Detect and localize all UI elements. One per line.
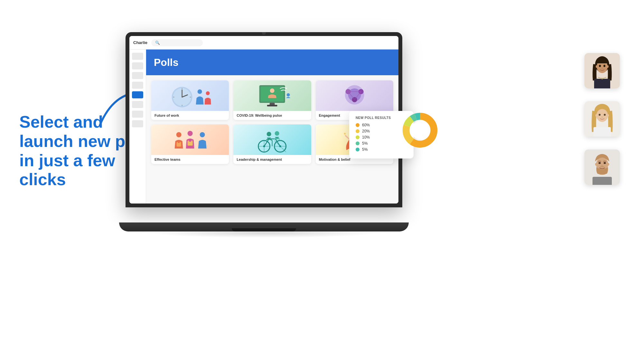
laptop-notch bbox=[262, 32, 266, 35]
svg-point-5 bbox=[206, 91, 210, 95]
person-1-illustration bbox=[584, 53, 620, 88]
svg-point-26 bbox=[178, 141, 180, 143]
poll-card-image-teams bbox=[151, 124, 229, 155]
svg-point-75 bbox=[604, 162, 606, 164]
svg-point-24 bbox=[176, 132, 182, 137]
search-bar[interactable]: 🔍 bbox=[151, 39, 203, 46]
screen-header: Charlie 🔍 bbox=[129, 36, 398, 50]
poll-card-image-leadership bbox=[233, 124, 311, 155]
svg-point-4 bbox=[198, 89, 202, 94]
sidebar-item-3[interactable] bbox=[132, 72, 143, 79]
legend-label-2: 20% bbox=[362, 129, 370, 133]
sidebar-item-4[interactable] bbox=[132, 82, 143, 89]
svg-point-12 bbox=[270, 88, 275, 93]
legend-dot-3 bbox=[356, 135, 359, 139]
sidebar-item-2[interactable] bbox=[132, 62, 143, 69]
person-3-illustration bbox=[584, 149, 620, 185]
poll-card-covid[interactable]: COVID-19: Wellbeing pulse bbox=[233, 80, 311, 120]
svg-point-61 bbox=[602, 78, 603, 79]
poll-card-effective-teams[interactable]: Effective teams bbox=[151, 124, 229, 164]
svg-point-59 bbox=[603, 65, 605, 67]
svg-point-71 bbox=[607, 114, 609, 117]
legend-label-1: 60% bbox=[362, 123, 370, 127]
svg-point-30 bbox=[189, 139, 191, 142]
poll-card-label-covid: COVID-19: Wellbeing pulse bbox=[233, 111, 311, 120]
sidebar-item-5-active[interactable] bbox=[132, 91, 143, 98]
svg-rect-14 bbox=[267, 105, 277, 106]
person-avatar-3 bbox=[584, 149, 620, 185]
poll-card-image-future bbox=[151, 80, 229, 111]
svg-point-40 bbox=[275, 131, 279, 136]
legend-dot-5 bbox=[356, 148, 359, 151]
svg-rect-60 bbox=[594, 79, 610, 88]
poll-card-future-of-work[interactable]: Future of work bbox=[151, 80, 229, 120]
svg-point-78 bbox=[607, 163, 609, 166]
sidebar-item-7[interactable] bbox=[132, 111, 143, 118]
app-name: Charlie bbox=[133, 40, 147, 45]
poll-card-image-covid bbox=[233, 80, 311, 111]
svg-point-62 bbox=[596, 65, 598, 68]
poll-card-image-engagement bbox=[316, 80, 393, 111]
sidebar bbox=[129, 50, 146, 204]
poll-card-label-teams: Effective teams bbox=[151, 155, 229, 164]
svg-rect-69 bbox=[593, 127, 611, 137]
legend-label-5: 5% bbox=[362, 147, 368, 152]
sidebar-item-8[interactable] bbox=[132, 120, 143, 127]
svg-point-63 bbox=[607, 65, 609, 68]
svg-point-28 bbox=[200, 132, 205, 137]
svg-point-58 bbox=[599, 65, 601, 67]
svg-point-15 bbox=[287, 93, 290, 96]
donut-chart bbox=[399, 109, 441, 151]
svg-point-67 bbox=[599, 114, 601, 116]
sidebar-item-6[interactable] bbox=[132, 101, 143, 108]
poll-results-popup: NEW POLL RESULTS 60% 20% 10% 5% 5% bbox=[349, 111, 414, 158]
legend-dot-4 bbox=[356, 141, 359, 145]
svg-point-39 bbox=[267, 132, 271, 136]
person-2-illustration bbox=[584, 101, 620, 137]
search-icon: 🔍 bbox=[155, 41, 160, 45]
poll-card-label-future: Future of work bbox=[151, 111, 229, 120]
svg-point-68 bbox=[604, 114, 606, 116]
legend-dot-1 bbox=[356, 123, 359, 127]
poll-card-label-leadership: Leadership & management bbox=[233, 155, 311, 164]
polls-header: Polls bbox=[146, 50, 398, 75]
svg-text:★: ★ bbox=[343, 132, 346, 135]
svg-point-27 bbox=[188, 131, 193, 136]
poll-card-leadership[interactable]: Leadership & management bbox=[233, 124, 311, 164]
svg-point-66 bbox=[596, 109, 608, 122]
legend-label-4: 5% bbox=[362, 141, 368, 146]
legend-dot-2 bbox=[356, 129, 359, 133]
person-avatar-1 bbox=[584, 53, 620, 88]
legend-label-3: 10% bbox=[362, 135, 370, 140]
svg-rect-76 bbox=[593, 177, 612, 185]
person-avatar-2 bbox=[584, 101, 620, 137]
sidebar-item-1[interactable] bbox=[132, 53, 143, 60]
svg-point-77 bbox=[595, 163, 597, 166]
svg-point-70 bbox=[595, 114, 597, 117]
svg-point-54 bbox=[411, 121, 429, 139]
svg-point-74 bbox=[599, 162, 601, 164]
laptop-shadow bbox=[151, 228, 377, 238]
polls-title: Polls bbox=[154, 57, 178, 68]
